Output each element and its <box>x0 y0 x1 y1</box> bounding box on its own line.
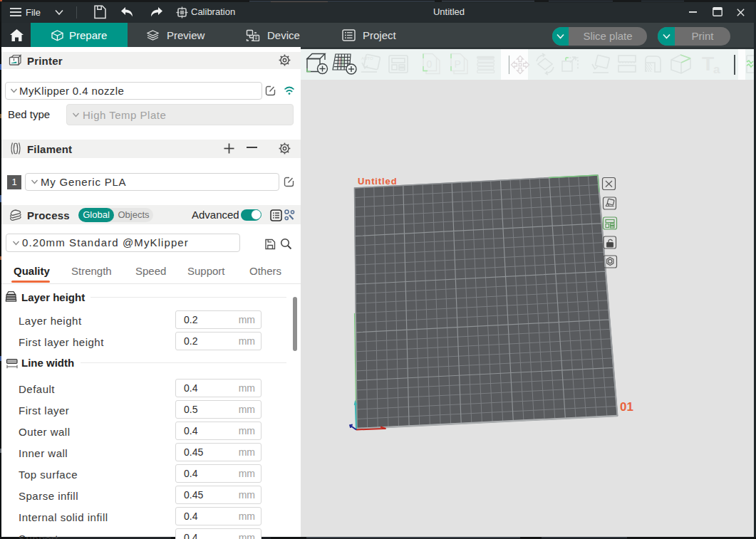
svg-text:01: 01 <box>620 400 633 414</box>
svg-text:Untitled: Untitled <box>358 176 398 187</box>
